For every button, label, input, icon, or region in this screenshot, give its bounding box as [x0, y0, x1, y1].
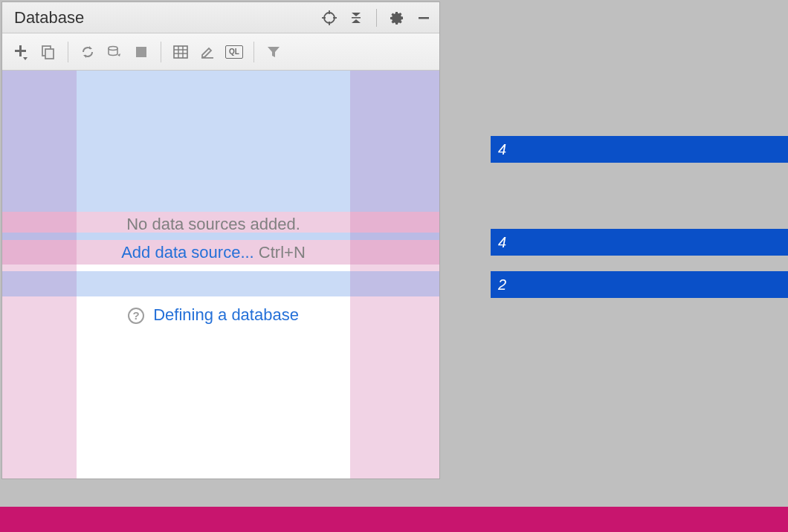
edit-icon[interactable] — [197, 42, 218, 62]
panel-header: Database — [2, 2, 439, 33]
svg-marker-24 — [268, 47, 280, 57]
svg-rect-8 — [419, 17, 429, 19]
refresh-icon[interactable] — [77, 42, 98, 62]
panel-title: Database — [14, 8, 321, 27]
collapse-all-icon[interactable] — [348, 10, 364, 26]
svg-marker-15 — [83, 55, 86, 58]
minimize-icon[interactable] — [416, 10, 432, 26]
gear-icon[interactable] — [389, 10, 405, 26]
svg-marker-5 — [352, 13, 361, 16]
separator — [161, 42, 161, 62]
add-data-source-link[interactable]: Add data source... — [121, 243, 254, 262]
svg-point-0 — [324, 13, 335, 23]
header-icons — [321, 9, 432, 27]
add-icon[interactable] — [11, 42, 32, 62]
help-icon: ? — [128, 308, 144, 324]
svg-rect-23 — [201, 57, 213, 59]
svg-marker-7 — [352, 19, 361, 23]
ql-console-icon[interactable]: QL — [224, 42, 245, 62]
svg-marker-14 — [89, 46, 92, 49]
annotation-bar-2: 4 — [491, 229, 788, 256]
annotation-value: 4 — [498, 141, 506, 158]
help-row: ? Defining a database — [77, 305, 350, 325]
empty-message: No data sources added. — [77, 215, 350, 234]
shortcut-label: Ctrl+N — [259, 243, 306, 262]
svg-rect-13 — [45, 49, 54, 59]
bottom-stripe — [0, 507, 788, 532]
separator — [253, 42, 254, 62]
svg-marker-11 — [23, 57, 28, 60]
svg-rect-10 — [15, 50, 26, 52]
annotation-value: 4 — [498, 234, 506, 251]
add-data-source-row: Add data source... Ctrl+N — [77, 243, 350, 262]
content-area: No data sources added. Add data source..… — [2, 71, 439, 479]
svg-rect-17 — [136, 47, 146, 57]
svg-rect-18 — [174, 46, 187, 58]
annotation-bar-3: 2 — [491, 271, 788, 298]
ddl-sync-icon[interactable] — [104, 42, 125, 62]
annotation-value: 2 — [498, 276, 506, 293]
stop-icon[interactable] — [131, 42, 152, 62]
filter-icon[interactable] — [263, 42, 284, 62]
database-tool-window: Database — [1, 1, 440, 479]
toolbar: QL — [2, 33, 439, 71]
help-link[interactable]: Defining a database — [153, 305, 299, 324]
table-icon[interactable] — [170, 42, 191, 62]
separator — [68, 42, 68, 62]
svg-rect-6 — [352, 17, 361, 19]
highlight-overlay — [2, 271, 439, 296]
highlight-overlay — [2, 71, 439, 212]
separator — [376, 9, 377, 27]
svg-point-16 — [109, 46, 117, 50]
target-icon[interactable] — [321, 10, 338, 26]
annotation-bar-1: 4 — [491, 136, 788, 163]
duplicate-icon[interactable] — [38, 42, 59, 62]
